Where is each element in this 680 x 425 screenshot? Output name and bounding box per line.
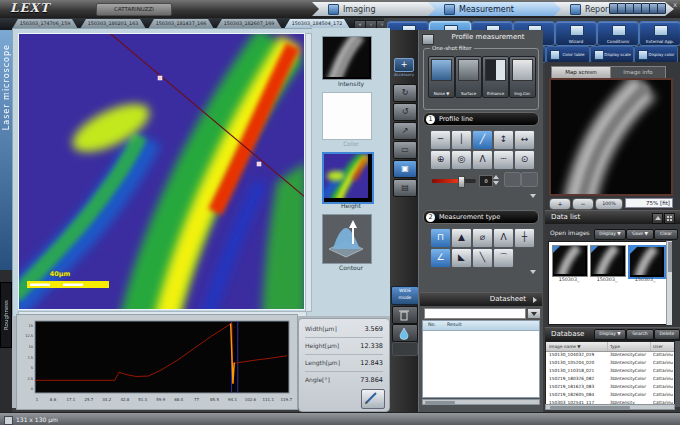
database-display-button[interactable]: Display ▼ (594, 329, 626, 340)
tile-view-icon[interactable]: ▣ (393, 160, 417, 178)
free-line-tool-icon-selected[interactable]: ╱ (472, 130, 493, 150)
slider-spinner-down-icon[interactable] (493, 181, 499, 185)
open-images-save-button[interactable]: Save ▼ (626, 229, 654, 240)
datasheet-filter-input[interactable] (424, 308, 526, 319)
database-hscrollbar[interactable] (545, 404, 675, 410)
database-delete-button[interactable]: Delete (654, 329, 680, 340)
diameter-measure-icon[interactable]: ⌀ (472, 228, 493, 248)
tab-map-screen[interactable]: Map screen (551, 66, 611, 78)
disabled-option-button-1[interactable] (504, 172, 521, 187)
svg-text:34.2: 34.2 (102, 397, 111, 402)
image-correction-button[interactable]: Img.Cor. (509, 56, 536, 98)
peak-measure-icon[interactable]: Λ (493, 228, 514, 248)
circle-cross-tool-icon[interactable]: ⊕ (430, 150, 451, 170)
measurement-type-collapse-icon[interactable] (530, 270, 536, 274)
cross-line-measure-icon[interactable]: ╲ (472, 248, 493, 268)
height-view-thumbnail-selected[interactable] (322, 152, 374, 204)
color-view-thumbnail-empty[interactable] (322, 92, 372, 140)
toolbar-display-color-button[interactable]: Display color (634, 46, 678, 63)
area-measure-icon[interactable]: ▲ (451, 228, 472, 248)
polyline-tool-icon[interactable]: Λ (472, 150, 493, 170)
horizontal-line-tool-icon[interactable]: ─ (430, 130, 451, 150)
database-row[interactable]: 150130_104032_019 3DIntensityColor Catta… (546, 351, 674, 359)
toolbar-color-table-button[interactable]: Color table (546, 46, 590, 63)
height-map-image[interactable] (18, 33, 305, 310)
datasheet-hscrollbar[interactable] (422, 399, 540, 405)
open-image-thumb-2[interactable] (590, 245, 626, 277)
roughness-tab[interactable]: Roughness (0, 282, 12, 348)
datasheet-header[interactable]: Datasheet (420, 292, 542, 306)
disabled-option-button-2[interactable] (521, 172, 538, 187)
data-list-collapse-icon[interactable] (652, 213, 663, 224)
intensity-view-thumbnail[interactable] (322, 36, 372, 80)
toolbar-conditions-button[interactable]: Conditions (597, 21, 639, 46)
open-image-thumb-1[interactable] (552, 245, 588, 277)
database-row[interactable]: 150219_181623_083 3DIntensityColor Catta… (546, 383, 674, 391)
empty-slot-button[interactable] (392, 342, 418, 356)
wide-mode-button[interactable]: WIDE mode (391, 286, 419, 305)
line-width-slider-knob[interactable] (458, 176, 465, 188)
profile-chart[interactable]: 18.617.125.734.242.851.359.968.47785.594… (19, 317, 295, 407)
toolbar-wizard-button[interactable]: Wizard (555, 21, 597, 46)
minimize-button[interactable]: – (666, 1, 670, 9)
database-row[interactable]: 150130_110318_021 3DIntensityColor Catta… (546, 367, 674, 375)
close-button[interactable]: x (673, 1, 677, 9)
open-images-vscrollbar[interactable] (666, 241, 672, 325)
col-image-name[interactable]: Image name ▼ (546, 342, 608, 351)
delete-button[interactable] (392, 306, 418, 324)
angle-measure-icon-selected[interactable]: ∠ (430, 248, 451, 268)
enhance-filter-button[interactable]: Enhance (482, 56, 509, 98)
slider-spinner-up-icon[interactable] (493, 175, 499, 179)
map-zoom-in-button[interactable]: + (549, 198, 571, 210)
cleaning-button[interactable] (392, 324, 418, 342)
panel-header-icon (422, 34, 434, 45)
svg-text:51.3: 51.3 (138, 397, 147, 402)
col-type[interactable]: Type (607, 342, 651, 351)
surface-filter-button[interactable]: Surface (455, 56, 482, 98)
slope-measure-icon[interactable]: ◣ (451, 248, 472, 268)
vertical-line-tool-icon[interactable]: │ (451, 130, 472, 150)
tab-image-info[interactable]: Image info (610, 66, 666, 78)
tab-measurement[interactable]: Measurement (428, 2, 568, 16)
map-zoom-out-button[interactable]: − (572, 198, 594, 210)
user-button[interactable]: CATTARINUZZI (96, 3, 172, 16)
database-search-button[interactable]: Search (626, 329, 654, 340)
database-vscrollbar[interactable] (675, 341, 680, 407)
open-images-label: Open images (550, 229, 590, 236)
width-measure-icon[interactable]: ┼ (514, 228, 535, 248)
report-page-icon[interactable]: ▤ (393, 179, 417, 197)
toolbar-external-app-button[interactable]: External App. (639, 21, 680, 46)
rotate-ccw-icon[interactable]: ↺ (393, 103, 417, 121)
open-images-clear-button[interactable]: Clear (654, 229, 678, 240)
database-row[interactable]: 150130_105204_020 3DIntensityColor Catta… (546, 359, 674, 367)
database-row[interactable]: 150219_180326_082 3DIntensityColor Catta… (546, 375, 674, 383)
curve-height-measure-icon[interactable]: ⌒ (493, 248, 514, 268)
toolbar-display-scale-button[interactable]: Display scale (590, 46, 634, 63)
accessory-add-button[interactable]: + (394, 58, 414, 72)
small-circle-tool-icon[interactable]: ⊙ (514, 150, 535, 170)
map-screen-image[interactable] (549, 78, 673, 196)
pan-tool-icon[interactable]: ↗ (393, 122, 417, 140)
key-icon[interactable] (657, 3, 666, 14)
profile-line-collapse-icon[interactable] (530, 194, 536, 198)
dashed-line-tool-icon[interactable]: ┄ (493, 150, 514, 170)
rotate-cw-icon[interactable]: ↻ (393, 84, 417, 102)
data-list-grid-icon[interactable] (664, 213, 675, 224)
open-images-display-button[interactable]: Display ▼ (594, 229, 626, 240)
main-image-vscrollbar[interactable] (305, 33, 312, 312)
tab-imaging[interactable]: Imaging (312, 2, 442, 16)
step-measure-icon-selected[interactable]: ⊓ (430, 228, 451, 248)
database-row[interactable]: 150219_182605_084 3DIntensityColor Catta… (546, 391, 674, 399)
flat-view-icon[interactable]: ▭ (393, 141, 417, 159)
open-image-thumb-3-selected[interactable] (628, 245, 666, 279)
contour-view-thumbnail[interactable] (322, 214, 372, 264)
horizontal-arrow-tool-icon[interactable]: ↔ (514, 130, 535, 150)
edit-results-button[interactable] (361, 389, 385, 409)
col-user[interactable]: User (650, 342, 675, 351)
map-zoom-100-button[interactable]: 100% (595, 198, 623, 210)
circle-target-tool-icon[interactable]: ◎ (451, 150, 472, 170)
noise-filter-button[interactable]: Noise ▼ (428, 56, 455, 98)
vertical-arrow-tool-icon[interactable]: ↕ (493, 130, 514, 150)
datasheet-table[interactable]: No. Result (422, 320, 540, 398)
datasheet-filter-dropdown-button[interactable] (527, 308, 541, 319)
